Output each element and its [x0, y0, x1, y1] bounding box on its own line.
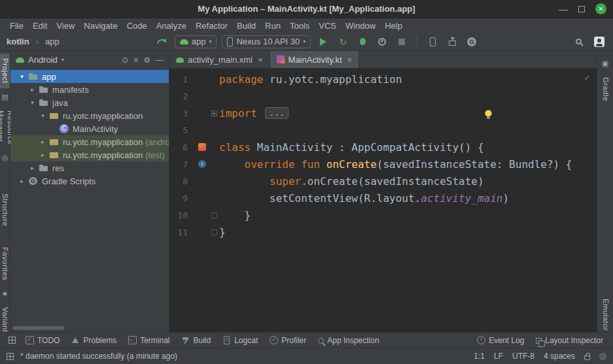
- star-icon[interactable]: ★: [2, 290, 9, 298]
- override-method-gutter-icon[interactable]: [198, 160, 206, 168]
- tree-item-ru-yotc-myapplication-androidtest[interactable]: ▸ru.yotc.myapplication(androidTest): [10, 135, 169, 148]
- tree-collapsed-arrow-icon[interactable]: ▸: [27, 165, 37, 171]
- tree-expanded-arrow-icon[interactable]: ▾: [17, 73, 27, 80]
- menu-item-run[interactable]: Run: [260, 20, 285, 32]
- tab-close-icon[interactable]: ×: [258, 55, 263, 65]
- fold-expand-icon[interactable]: +: [211, 110, 217, 116]
- tool-button-structure[interactable]: Structure: [0, 189, 10, 231]
- run-button[interactable]: [316, 35, 330, 49]
- code-text[interactable]: class MainActivity : AppCompatActivity()…: [219, 141, 484, 154]
- menu-item-navigate[interactable]: Navigate: [79, 20, 122, 32]
- tool-button-project[interactable]: Project: [0, 54, 10, 88]
- horizontal-scrollbar[interactable]: [12, 326, 65, 330]
- tool-window-button-app-inspection[interactable]: App Inspection: [312, 333, 385, 348]
- line-separator-widget[interactable]: LF: [494, 352, 503, 361]
- apply-changes-icon[interactable]: ↻: [336, 35, 350, 49]
- tool-window-button-build[interactable]: Build: [176, 333, 217, 348]
- line-number[interactable]: 7: [169, 159, 196, 169]
- tool-button-gradle[interactable]: Gradle: [601, 73, 610, 106]
- line-number[interactable]: 6: [169, 142, 196, 152]
- gradle-icon[interactable]: ▣: [602, 59, 608, 68]
- menu-item-vcs[interactable]: VCS: [314, 20, 341, 32]
- menu-item-file[interactable]: File: [5, 20, 28, 32]
- fold-marker-icon[interactable]: [211, 229, 217, 235]
- tree-expanded-arrow-icon[interactable]: ▾: [38, 112, 48, 119]
- activity-class-gutter-icon[interactable]: [198, 143, 206, 151]
- tool-button-favorites[interactable]: Favorites: [0, 242, 10, 285]
- line-number[interactable]: 1: [169, 74, 196, 84]
- intention-bulb-icon[interactable]: [485, 110, 492, 117]
- tab-close-icon[interactable]: ×: [347, 55, 353, 65]
- collapse-all-icon[interactable]: ≡: [133, 56, 138, 65]
- tree-item-gradle-scripts[interactable]: ▸Gradle Scripts: [10, 174, 169, 188]
- run-configuration-select[interactable]: app ▾: [175, 35, 217, 48]
- minimize-icon[interactable]: —: [559, 6, 568, 12]
- line-number[interactable]: 5: [169, 125, 196, 135]
- line-number[interactable]: 9: [169, 193, 196, 203]
- indent-widget[interactable]: 4 spaces: [544, 352, 575, 361]
- tool-window-button-terminal[interactable]: Terminal: [122, 333, 175, 348]
- chevron-down-icon[interactable]: ▾: [61, 57, 64, 63]
- lock-icon[interactable]: [584, 356, 590, 360]
- gear-icon[interactable]: ⚙: [143, 56, 150, 65]
- code-text[interactable]: }: [219, 209, 251, 222]
- hide-panel-icon[interactable]: —: [156, 56, 164, 65]
- select-opened-file-icon[interactable]: ⊙: [122, 56, 128, 65]
- line-number[interactable]: 8: [169, 176, 196, 186]
- menu-item-edit[interactable]: Edit: [28, 20, 52, 32]
- project-view-mode[interactable]: Android: [28, 55, 58, 65]
- inspections-ok-icon[interactable]: ✓: [585, 72, 590, 82]
- menu-item-help[interactable]: Help: [380, 20, 407, 32]
- maximize-icon[interactable]: [578, 6, 585, 12]
- tool-button-emulator[interactable]: Emulator: [601, 294, 610, 335]
- menu-item-code[interactable]: Code: [122, 20, 152, 32]
- menu-item-refactor[interactable]: Refactor: [191, 20, 232, 32]
- tree-item-res[interactable]: ▸res: [10, 161, 169, 174]
- tree-item-mainactivity[interactable]: MainActivity: [10, 122, 169, 135]
- tree-item-manifests[interactable]: ▸manifests: [10, 83, 169, 96]
- code-text[interactable]: import ...: [219, 107, 492, 120]
- line-number[interactable]: 11: [169, 227, 196, 237]
- device-select[interactable]: Nexus 10 API 30 ▾: [222, 35, 311, 48]
- bookmarks-icon[interactable]: ▤: [1, 93, 8, 101]
- gradle-sync-icon[interactable]: G: [464, 35, 479, 49]
- tool-window-button-todo[interactable]: TODO: [20, 333, 65, 348]
- code-text[interactable]: package ru.yotc.myapplication: [219, 73, 402, 86]
- close-icon[interactable]: ✕: [595, 3, 606, 14]
- code-text[interactable]: }: [219, 226, 226, 239]
- menu-item-build[interactable]: Build: [232, 20, 260, 32]
- caret-position-widget[interactable]: 1:1: [474, 352, 485, 361]
- stop-icon[interactable]: [394, 35, 409, 49]
- tool-window-button-logcat[interactable]: Logcat: [217, 333, 264, 348]
- sdk-manager-icon[interactable]: [445, 35, 459, 49]
- menu-item-view[interactable]: View: [52, 20, 79, 32]
- debug-icon[interactable]: [355, 35, 370, 49]
- profile-icon[interactable]: [375, 35, 389, 49]
- tree-collapsed-arrow-icon[interactable]: ▸: [38, 139, 48, 145]
- code-text[interactable]: setContentView(R.layout.activity_main): [219, 192, 509, 205]
- tool-windows-toggle[interactable]: [4, 337, 20, 344]
- tree-expanded-arrow-icon[interactable]: ▾: [27, 99, 37, 106]
- tool-windows-icon[interactable]: [7, 353, 14, 360]
- indicator-circle-icon[interactable]: [599, 353, 606, 360]
- tool-window-button-layout-inspector[interactable]: Layout Inspector: [530, 333, 609, 348]
- tool-window-button-problems[interactable]: Problems: [65, 333, 122, 348]
- tree-item-java[interactable]: ▾java: [10, 96, 169, 109]
- editor-tab-mainactivity-kt[interactable]: MainActivity.kt×: [270, 51, 360, 68]
- menu-item-tools[interactable]: Tools: [285, 20, 314, 32]
- sync-arrow-icon[interactable]: [155, 35, 169, 49]
- breadcrumb-root[interactable]: kotlin: [7, 37, 29, 46]
- tree-item-app[interactable]: ▾app: [10, 70, 169, 83]
- line-number[interactable]: 2: [169, 91, 196, 101]
- tree-collapsed-arrow-icon[interactable]: ▸: [38, 152, 48, 158]
- code-text[interactable]: super.onCreate(savedInstanceState): [219, 175, 484, 188]
- code-text[interactable]: override fun onCreate(savedInstanceState…: [219, 158, 572, 171]
- tool-window-button-event-log[interactable]: Event Log: [471, 333, 530, 348]
- avatar[interactable]: [592, 35, 606, 49]
- search-everywhere-button[interactable]: [571, 35, 586, 49]
- line-number[interactable]: 3: [169, 108, 196, 118]
- encoding-widget[interactable]: UTF-8: [512, 352, 534, 361]
- tree-collapsed-arrow-icon[interactable]: ▸: [27, 86, 37, 93]
- menu-item-analyze[interactable]: Analyze: [152, 20, 191, 32]
- line-number[interactable]: 10: [169, 210, 196, 220]
